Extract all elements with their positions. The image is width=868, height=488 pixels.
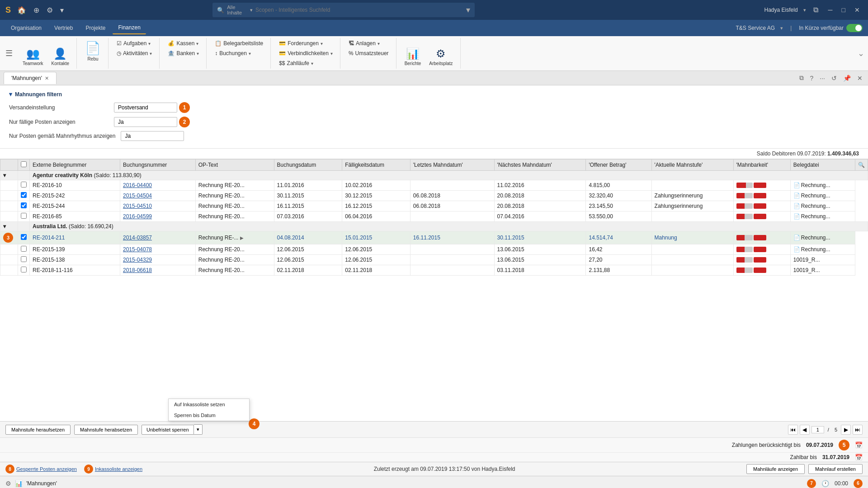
umsatzsteuer-button[interactable]: % Umsatzsteuer: [345, 49, 392, 58]
sperren-arrow-button[interactable]: ▾: [194, 424, 203, 435]
col-ext-beleg[interactable]: Externe Belegnummer: [30, 160, 120, 171]
toggle-track[interactable]: [846, 24, 863, 32]
aufgaben-button[interactable]: ☑ Aufgaben ▾: [113, 39, 154, 48]
first-page-button[interactable]: ⏮: [788, 425, 798, 435]
row-buch-num[interactable]: 2015-04329: [120, 255, 195, 265]
row-buch-num[interactable]: 2016-04400: [120, 180, 195, 191]
row-check[interactable]: [18, 180, 30, 191]
help-icon[interactable]: ?: [808, 74, 816, 83]
minimize-button[interactable]: ─: [826, 5, 835, 14]
col-buch-num[interactable]: Buchungsnummer: [120, 160, 195, 171]
col-betrag[interactable]: 'Offener Betrag': [586, 160, 651, 171]
refresh-icon[interactable]: ↺: [830, 74, 839, 83]
row-file[interactable]: 📄Rechnung...: [790, 211, 855, 222]
soon-toggle[interactable]: In Kürze verfügbar: [799, 24, 863, 32]
col-belegdatei[interactable]: Belegdatei: [790, 160, 855, 171]
last-page-button[interactable]: ⏭: [853, 425, 863, 435]
row-checkbox[interactable]: [21, 246, 27, 252]
sidebar-toggle[interactable]: ☰: [4, 38, 14, 69]
row-buch-num[interactable]: 2015-04510: [120, 201, 195, 211]
row-checkbox[interactable]: [21, 256, 27, 262]
tab-close-icon[interactable]: ✕: [45, 75, 49, 81]
home-icon[interactable]: 🏠: [15, 4, 28, 16]
row-file[interactable]: 10019_R...: [790, 265, 855, 276]
group-expand-icon[interactable]: ▾: [3, 172, 6, 178]
row-file[interactable]: 📄Rechnung...: [790, 191, 855, 201]
maximize-button[interactable]: □: [839, 5, 848, 14]
close-button[interactable]: ✕: [852, 5, 863, 14]
calendar-icon-2[interactable]: 📅: [855, 454, 863, 461]
verbindlichkeiten-button[interactable]: 💳 Verbindlichkeiten ▾: [275, 49, 336, 58]
row-checkbox[interactable]: [21, 192, 27, 198]
inkasso-link[interactable]: Inkassoliste anzeigen: [95, 466, 142, 472]
row-file[interactable]: 10019_R...: [790, 255, 855, 265]
belegarbeitsliste-button[interactable]: 📋 Belegarbeitsliste: [211, 39, 267, 48]
new-icon[interactable]: ⊕: [32, 4, 41, 16]
row-buch-num[interactable]: 2016-04599: [120, 211, 195, 222]
company-dropdown-icon[interactable]: ▾: [780, 25, 783, 31]
forderungen-button[interactable]: 💳 Forderungen ▾: [275, 39, 326, 48]
teamwork-button[interactable]: 👥 Teamwork: [19, 46, 47, 68]
col-stufe[interactable]: 'Aktuelle Mahnstufe': [651, 160, 733, 171]
col-fall-dat[interactable]: Fälligkeitsdatum: [342, 160, 410, 171]
zahllaufe-button[interactable]: $$ Zahlläufe ▾: [275, 59, 317, 68]
row-file[interactable]: 📄Rechnung...: [790, 201, 855, 211]
buchungen-button[interactable]: ↕ Buchungen ▾: [211, 49, 255, 58]
search-bar[interactable]: 🔍 Alle Inhalte ▾ ▾: [212, 3, 475, 17]
sperren-main-button[interactable]: Unbefristet sperren: [142, 425, 194, 435]
versand-select[interactable]: Postversand: [114, 103, 177, 113]
row-check[interactable]: [18, 191, 30, 201]
row-file[interactable]: 📄Rechnung...: [790, 180, 855, 191]
menu-finanzen[interactable]: Finanzen: [113, 22, 146, 34]
row-check[interactable]: [18, 211, 30, 222]
col-checkbox[interactable]: [18, 160, 30, 171]
col-letzt-mahn[interactable]: 'Letztes Mahndatum': [410, 160, 494, 171]
mahnlaufe-anzeigen-button[interactable]: Mahnläufe anzeigen: [746, 464, 805, 474]
row-checkbox[interactable]: [21, 234, 27, 240]
group-expand-icon[interactable]: ▾: [3, 223, 6, 230]
copy-tab-icon[interactable]: ⧉: [797, 73, 806, 83]
row-buch-num[interactable]: 2015-04078: [120, 244, 195, 255]
filter-header[interactable]: ▾ Mahnungen filtern: [9, 91, 859, 98]
row-file[interactable]: 📄Rechnung...: [790, 231, 855, 244]
col-mahnbar[interactable]: 'Mahnbarkeit': [733, 160, 790, 171]
menu-vertrieb[interactable]: Vertrieb: [49, 22, 78, 34]
row-buch-num[interactable]: 2018-06618: [120, 265, 195, 276]
ribbon-expand[interactable]: ⌄: [858, 38, 864, 69]
row-checkbox[interactable]: [21, 267, 27, 272]
next-page-button[interactable]: ▶: [841, 425, 851, 435]
settings-icon[interactable]: ⚙: [45, 4, 55, 16]
prev-page-button[interactable]: ◀: [800, 425, 810, 435]
mahnstufe-heraufsetzen-button[interactable]: Mahnstufe heraufsetzen: [5, 425, 71, 435]
anlagen-button[interactable]: 🏗 Anlagen ▾: [345, 39, 383, 48]
table-wrapper[interactable]: Externe Belegnummer Buchungsnummer OP-Te…: [0, 159, 868, 421]
kontakte-button[interactable]: 👤 Kontakte: [48, 46, 73, 68]
banken-button[interactable]: 🏦 Banken ▾: [164, 49, 203, 58]
user-name[interactable]: Hadya Eisfeld: [764, 7, 798, 13]
aktivitaten-button[interactable]: ◷ Aktivitäten ▾: [113, 49, 156, 58]
page-input[interactable]: [811, 426, 824, 433]
window-restore-icon[interactable]: ⧉: [811, 4, 820, 16]
rhythmus-select[interactable]: Ja: [121, 131, 184, 141]
mahnstufe-herabsetzen-button[interactable]: Mahnstufe herabsetzen: [74, 425, 138, 435]
row-check[interactable]: [18, 255, 30, 265]
berichte-button[interactable]: 📊 Berichte: [401, 46, 425, 68]
close-tab-icon[interactable]: ✕: [855, 74, 864, 83]
col-op-text[interactable]: OP-Text: [195, 160, 274, 171]
more-icon[interactable]: ···: [818, 74, 827, 83]
row-check[interactable]: [18, 231, 30, 244]
arbeitsplatz-button[interactable]: ⚙ Arbeitsplatz: [425, 46, 456, 68]
menu-projekte[interactable]: Projekte: [80, 22, 111, 34]
col-naech-mahn[interactable]: 'Nächstes Mahndatum': [494, 160, 586, 171]
kassen-button[interactable]: 💰 Kassen ▾: [164, 39, 202, 48]
calendar-icon[interactable]: 📅: [855, 441, 863, 449]
row-checkbox[interactable]: [21, 213, 27, 219]
gesperrte-posten-link[interactable]: Gesperrte Posten anzeigen: [16, 466, 77, 472]
group-expand-cell[interactable]: ▾: [0, 171, 18, 180]
dropdown-icon[interactable]: ▾: [58, 4, 66, 16]
menu-toggle-icon[interactable]: ☰: [5, 48, 13, 58]
row-check[interactable]: [18, 201, 30, 211]
inkasso-menu-item[interactable]: Auf Inkassoliste setzen: [169, 399, 249, 410]
group-expand-cell[interactable]: ▾: [0, 222, 18, 231]
statusbar-chart-icon[interactable]: 📊: [15, 480, 23, 487]
